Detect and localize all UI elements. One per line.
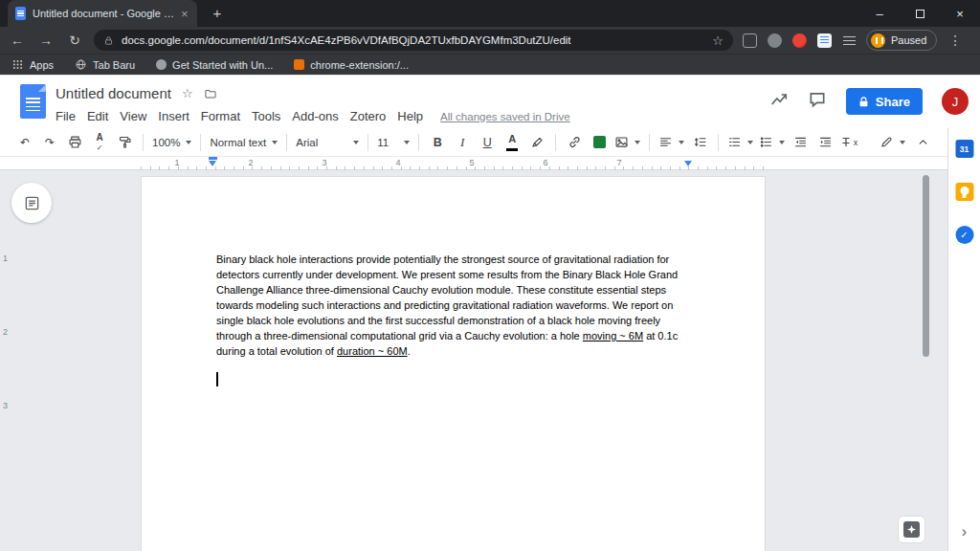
left-margin-marker[interactable] bbox=[209, 161, 216, 166]
spellcheck-check: ✓ bbox=[97, 144, 103, 152]
calendar-icon[interactable]: 31 bbox=[955, 140, 973, 158]
save-status[interactable]: All changes saved in Drive bbox=[440, 111, 570, 122]
spellcheck-a: A bbox=[96, 133, 102, 143]
bold-button[interactable]: B bbox=[426, 131, 449, 154]
first-line-indent-marker[interactable] bbox=[209, 157, 217, 160]
side-panel-toggle-icon[interactable]: › bbox=[962, 524, 967, 540]
title-row: Untitled document ☆ bbox=[56, 85, 217, 101]
chevron-down-icon bbox=[635, 141, 640, 144]
style-value: Normal text bbox=[210, 137, 266, 148]
spellcheck-button[interactable]: A ✓ bbox=[88, 131, 111, 154]
chevron-down-icon bbox=[404, 141, 410, 144]
menu-addons[interactable]: Add-ons bbox=[286, 107, 344, 125]
maximize-button[interactable] bbox=[900, 0, 940, 27]
insert-link-button[interactable] bbox=[563, 131, 586, 154]
clear-formatting-button[interactable]: T x bbox=[838, 131, 861, 154]
toolbar-separator bbox=[143, 134, 144, 151]
bulleted-list-button[interactable] bbox=[757, 131, 787, 154]
activity-dashboard-icon[interactable] bbox=[769, 90, 789, 113]
extension-icon[interactable] bbox=[792, 33, 807, 48]
keep-icon[interactable] bbox=[955, 183, 973, 201]
clear-format-x: x bbox=[854, 138, 858, 147]
profile-sync-paused-button[interactable]: Paused bbox=[866, 30, 937, 51]
document-title[interactable]: Untitled document bbox=[56, 85, 171, 101]
underline-button[interactable]: U bbox=[476, 131, 499, 154]
bookmark-get-started[interactable]: Get Started with Un... bbox=[156, 59, 273, 71]
forward-icon[interactable]: → bbox=[36, 33, 56, 48]
bookmark-chrome-extension[interactable]: chrome-extension:/... bbox=[294, 59, 409, 71]
align-button[interactable] bbox=[657, 131, 686, 154]
lock-icon bbox=[858, 96, 869, 108]
move-folder-icon[interactable] bbox=[204, 87, 217, 100]
redo-button[interactable]: ↷ bbox=[38, 131, 61, 154]
header-actions: Share J bbox=[769, 88, 969, 115]
share-button[interactable]: Share bbox=[846, 88, 923, 115]
addon-button[interactable] bbox=[588, 131, 611, 154]
browser-tab[interactable]: Untitled document - Google Doc × bbox=[8, 0, 197, 27]
doc-paragraph[interactable]: Binary black hole interactions provide p… bbox=[216, 252, 685, 359]
reload-icon[interactable]: ↻ bbox=[65, 33, 84, 48]
vertical-scrollbar[interactable] bbox=[923, 175, 929, 357]
comment-history-icon[interactable] bbox=[808, 90, 827, 113]
extension-icons bbox=[743, 33, 857, 48]
url-text: docs.google.com/document/d/1nfS4XcAE4zPB… bbox=[122, 34, 704, 46]
bookmark-label: chrome-extension:/... bbox=[310, 59, 409, 71]
numbered-list-button[interactable] bbox=[725, 131, 755, 154]
back-icon[interactable]: ← bbox=[8, 33, 27, 48]
browser-menu-icon[interactable]: ⋮ bbox=[947, 33, 964, 48]
increase-indent-button[interactable] bbox=[813, 131, 836, 154]
undo-button[interactable]: ↶ bbox=[13, 131, 36, 154]
zoom-select[interactable]: 100% bbox=[150, 131, 193, 154]
document-canvas[interactable]: 1 2 3 Binary black hole interactions pro… bbox=[0, 171, 947, 551]
body-text: . bbox=[408, 345, 411, 357]
horizontal-ruler[interactable]: 1 2 3 4 5 6 7 bbox=[0, 157, 947, 170]
ruler-number: 2 bbox=[248, 158, 253, 167]
highlight-color-button[interactable] bbox=[525, 131, 548, 154]
menu-zotero[interactable]: Zotero bbox=[345, 107, 392, 125]
line-spacing-button[interactable] bbox=[688, 131, 711, 154]
italic-button[interactable]: I bbox=[451, 131, 474, 154]
explore-button[interactable] bbox=[898, 516, 925, 543]
paint-format-button[interactable] bbox=[113, 131, 136, 154]
toolbar-right bbox=[878, 131, 934, 154]
close-button[interactable]: × bbox=[940, 0, 980, 27]
menu-edit[interactable]: Edit bbox=[81, 107, 114, 125]
menu-file[interactable]: File bbox=[50, 107, 81, 125]
extension-icon[interactable] bbox=[817, 33, 832, 48]
tasks-icon[interactable]: ✓ bbox=[955, 226, 973, 244]
text-color-button[interactable]: A bbox=[501, 131, 523, 154]
docs-app-icon[interactable] bbox=[20, 84, 46, 119]
star-document-icon[interactable]: ☆ bbox=[182, 86, 193, 100]
bookmark-label: Get Started with Un... bbox=[172, 59, 273, 71]
minimize-button[interactable]: – bbox=[859, 0, 900, 27]
extension-icon[interactable] bbox=[743, 33, 757, 48]
decrease-indent-button[interactable] bbox=[789, 131, 812, 154]
document-page[interactable]: Binary black hole interactions provide p… bbox=[141, 176, 766, 551]
notes-extension-icon[interactable] bbox=[842, 33, 857, 48]
extension-icon[interactable] bbox=[768, 33, 782, 48]
menu-tools[interactable]: Tools bbox=[246, 107, 286, 125]
chevron-down-icon bbox=[747, 141, 753, 144]
hide-menus-button[interactable] bbox=[911, 131, 934, 154]
right-margin-marker[interactable] bbox=[684, 161, 692, 166]
font-select[interactable]: Arial bbox=[294, 131, 361, 154]
insert-image-button[interactable] bbox=[612, 131, 642, 154]
url-bar[interactable]: docs.google.com/document/d/1nfS4XcAE4zPB… bbox=[94, 30, 733, 51]
bookmark-star-icon[interactable]: ☆ bbox=[712, 33, 724, 48]
addon-icon bbox=[593, 136, 606, 148]
menu-help[interactable]: Help bbox=[391, 107, 429, 125]
paragraph-style-select[interactable]: Normal text bbox=[208, 131, 279, 154]
bookmark-apps[interactable]: Apps bbox=[11, 58, 54, 71]
bookmark-tab-baru[interactable]: Tab Baru bbox=[75, 58, 135, 71]
menu-format[interactable]: Format bbox=[195, 107, 246, 125]
print-button[interactable] bbox=[63, 131, 86, 154]
account-avatar[interactable]: J bbox=[942, 88, 969, 115]
new-tab-button[interactable]: + bbox=[209, 5, 226, 22]
show-outline-button[interactable] bbox=[11, 183, 52, 223]
tab-close-icon[interactable]: × bbox=[181, 8, 189, 20]
bookmark-favicon bbox=[156, 59, 167, 70]
menu-view[interactable]: View bbox=[114, 107, 152, 125]
menu-insert[interactable]: Insert bbox=[152, 107, 195, 125]
editing-mode-button[interactable] bbox=[878, 131, 907, 154]
font-size-select[interactable]: 11 bbox=[375, 131, 412, 154]
